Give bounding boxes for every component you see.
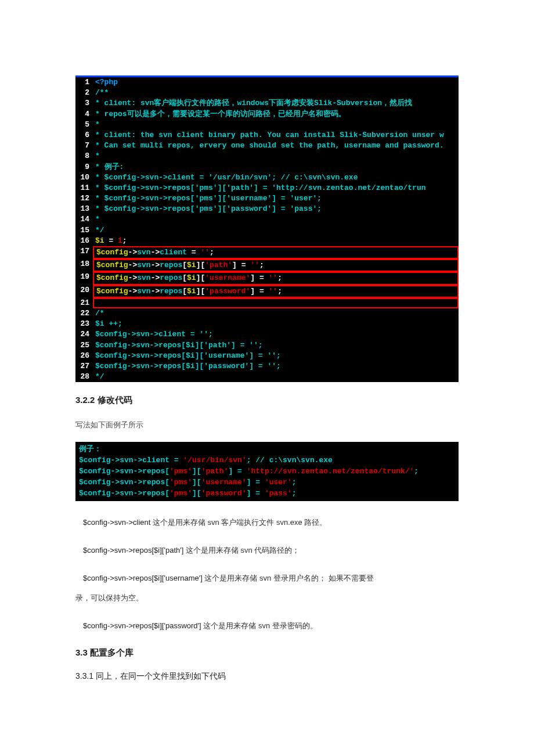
code-line: 8 * [75, 151, 459, 161]
code-segment: $config [96, 248, 128, 257]
code-segment: * repos可以是多个，需要设定某一个库的访问路径，已经用户名和密码。 [95, 110, 346, 118]
code-text: $config->svn->repos[ [79, 467, 169, 476]
code-segment: client [160, 248, 187, 257]
code-segment: 'password' [205, 287, 250, 296]
code-line: 13 * $config->svn->repos['pms']['passwor… [75, 204, 459, 214]
code-segment: svn [137, 248, 150, 257]
line-number: 19 [75, 272, 93, 285]
code-segment: $config->svn->client = ''; [95, 330, 213, 339]
line-content: $config->svn->repos[$i]['username'] = ''… [93, 351, 459, 361]
code-segment: ][ [196, 273, 205, 282]
code-segment: repos [160, 273, 182, 282]
code-line: 2/** [75, 88, 459, 98]
code-line: 17$config->svn->client = ''; [75, 246, 459, 259]
code-segment: /* [95, 309, 104, 318]
code-segment: $config [96, 273, 128, 282]
code-line: 28 */ [75, 372, 459, 382]
code-line: 14 * [75, 214, 459, 225]
code-segment: -> [151, 273, 160, 282]
code-text: ] = [228, 467, 246, 476]
code-segment: * [95, 120, 100, 129]
code-editor-block-1: 1<?php2/**3 * client: svn客户端执行文件的路径，wind… [75, 75, 459, 382]
code-text: ; [414, 467, 418, 476]
code-segment: svn [137, 273, 150, 282]
line-number: 11 [75, 183, 93, 193]
code-segment: [ [182, 273, 187, 282]
line-content: * $config->svn->client = '/usr/bin/svn';… [93, 172, 459, 183]
code-segment: $i ++; [95, 319, 122, 328]
explain-text: 这个是用来存储 svn 代码路径的； [183, 546, 300, 555]
line-number: 5 [75, 120, 93, 130]
code-line: 26$config->svn->repos[$i]['username'] = … [75, 351, 459, 361]
code-segment: * $config->svn->repos['pms']['username']… [95, 194, 322, 203]
code-line: 10 * $config->svn->client = '/usr/bin/sv… [75, 172, 459, 183]
line-content: $config->svn->repos[$i]['password'] = ''… [93, 285, 459, 298]
line-content: * client: the svn client binary path. Yo… [93, 130, 459, 141]
line-content: * [93, 120, 459, 130]
code-line: 7 * Can set multi repos, ervery one shou… [75, 141, 459, 151]
line-content: * [93, 151, 459, 161]
code-text: ] = [247, 478, 265, 487]
code-segment: * Can set multi repos, ervery one should… [95, 141, 444, 150]
code-line: 5 * [75, 120, 459, 130]
code-segment: $i [187, 273, 196, 282]
code-segment: repos [160, 261, 182, 269]
code-snippet: $config->svn->repos[$i]['path'] [83, 546, 183, 555]
line-number: 10 [75, 172, 93, 183]
code-line: 23$i ++; [75, 319, 459, 329]
code-segment: 'username' [205, 273, 250, 282]
line-content: * $config->svn->repos['pms']['path'] = '… [93, 183, 459, 193]
code-segment: * [95, 215, 100, 224]
line-content: * $config->svn->repos['pms']['password']… [93, 204, 459, 214]
code-string: 'user' [265, 478, 292, 487]
code-line: 15 */ [75, 225, 459, 236]
code-text: ; [292, 489, 297, 498]
line-content: $config->svn->repos[$i]['path'] = ''; [93, 259, 459, 272]
code-snippet: $config->svn->repos[$i]['username'] [83, 574, 203, 582]
code-text: $config->svn->repos[ [79, 489, 169, 498]
code-line: 21 [75, 298, 459, 308]
explain-password: $config->svn->repos[$i]['password'] 这个是用… [75, 617, 459, 635]
code-segment: $config->svn->repos[$i]['path'] = ''; [95, 341, 263, 350]
line-number: 9 [75, 162, 93, 172]
body-text-example-intro: 写法如下面例子所示 [75, 416, 459, 434]
line-number: 2 [75, 88, 93, 98]
code-comment: // c:\svn\svn.exe [255, 456, 333, 465]
code-segment: * $config->svn->repos['pms']['password']… [95, 204, 322, 213]
code-segment: ][ [196, 287, 205, 296]
code-text: ][ [192, 467, 201, 476]
code-text: ][ [192, 489, 201, 498]
code-string: '/usr/bin/svn' [183, 456, 246, 465]
line-number: 18 [75, 259, 93, 272]
line-content: $i = 1; [93, 236, 459, 246]
code-line: 25$config->svn->repos[$i]['path'] = ''; [75, 340, 459, 351]
code-segment: /** [95, 88, 109, 97]
line-content [93, 298, 459, 308]
explain-username-cont: 录，可以保持为空。 [75, 589, 459, 607]
code-segment: -> [151, 261, 160, 269]
line-content: /** [93, 88, 459, 98]
line-number: 23 [75, 319, 93, 329]
code-line: 18$config->svn->repos[$i]['path'] = ''; [75, 259, 459, 272]
code-segment: <?php [95, 78, 118, 87]
code-segment: * client: the svn client binary path. Yo… [95, 131, 444, 139]
code-segment: -> [128, 287, 138, 296]
line-number: 28 [75, 372, 93, 382]
line-number: 8 [75, 151, 93, 161]
line-content: $config->svn->repos[$i]['username'] = ''… [93, 272, 459, 285]
line-number: 24 [75, 329, 93, 340]
code-text: ][ [192, 478, 201, 487]
code-line: 1<?php [75, 77, 459, 88]
code-text: ; [247, 456, 256, 465]
code-segment: ] = [250, 287, 268, 296]
code-segment: */ [95, 226, 104, 235]
code-text: $config->svn->client = [79, 456, 183, 465]
code-line: 6 * client: the svn client binary path. … [75, 130, 459, 141]
explain-text: 这个是用来存储 svn 登录用户名的； 如果不需要登 [203, 574, 374, 582]
code-segment: $config->svn->repos[$i]['username'] = ''… [95, 351, 281, 360]
code-string: 'username' [201, 478, 247, 487]
line-number: 15 [75, 225, 93, 236]
line-number: 20 [75, 285, 93, 298]
code-segment: '' [200, 248, 210, 257]
line-content: * Can set multi repos, ervery one should… [93, 141, 459, 151]
